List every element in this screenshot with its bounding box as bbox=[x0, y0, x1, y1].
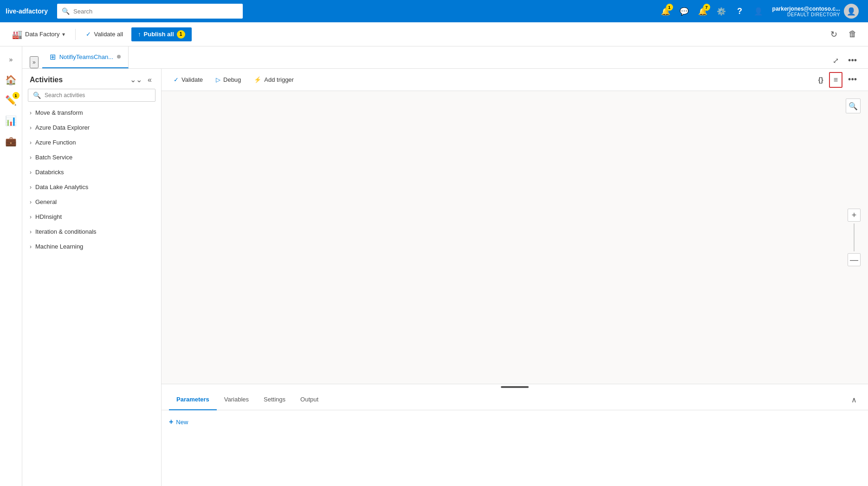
app-title: live-adfactory bbox=[6, 7, 48, 15]
new-parameter-button[interactable]: + New bbox=[169, 416, 188, 428]
content-area: Activities ⌄⌄ « 🔍 › Move & transform bbox=[22, 69, 868, 486]
sidebar-expand-button[interactable]: » bbox=[30, 56, 39, 68]
validate-button[interactable]: ✓ Validate bbox=[169, 73, 207, 86]
activity-group-label: Machine Learning bbox=[35, 243, 83, 250]
chevron-right-icon: › bbox=[30, 110, 32, 116]
new-button-label: New bbox=[176, 419, 188, 426]
delete-button[interactable]: 🗑 bbox=[845, 27, 861, 41]
validate-all-label: Validate all bbox=[94, 31, 123, 38]
activities-panel: Activities ⌄⌄ « 🔍 › Move & transform bbox=[22, 69, 162, 486]
manage-nav-button[interactable]: 💼 bbox=[2, 132, 20, 151]
zoom-plus-button[interactable]: + bbox=[848, 209, 861, 222]
refresh-button[interactable]: ↻ bbox=[827, 27, 841, 41]
activity-group-label: Databricks bbox=[35, 169, 64, 176]
canvas-search-button[interactable]: 🔍 bbox=[846, 99, 861, 113]
code-view-button[interactable]: {} bbox=[815, 73, 827, 86]
activity-group-azure-data-explorer[interactable]: › Azure Data Explorer bbox=[28, 120, 155, 135]
tab-parameters[interactable]: Parameters bbox=[169, 390, 217, 410]
debug-button[interactable]: ▷ Debug bbox=[211, 73, 246, 86]
settings-button[interactable]: ⚙️ bbox=[713, 3, 730, 20]
canvas-more-button[interactable]: ••• bbox=[844, 72, 861, 87]
expand-nav-button[interactable]: » bbox=[2, 50, 20, 69]
properties-button[interactable]: ≡ bbox=[829, 72, 842, 88]
author-nav-button[interactable]: ✏️ 1 bbox=[2, 91, 20, 110]
activity-group-azure-function[interactable]: › Azure Function bbox=[28, 135, 155, 150]
help-button[interactable]: ? bbox=[732, 3, 748, 20]
tab-settings[interactable]: Settings bbox=[256, 390, 293, 410]
factory-icon: 🏭 bbox=[12, 29, 22, 39]
activity-group-databricks[interactable]: › Databricks bbox=[28, 165, 155, 180]
add-trigger-label: Add trigger bbox=[264, 76, 294, 83]
tab-actions: ⤢ ••• bbox=[829, 53, 861, 68]
feedback-icon: 💬 bbox=[680, 7, 689, 16]
search-input[interactable] bbox=[73, 8, 238, 15]
chevron-right-icon: › bbox=[30, 243, 32, 250]
activity-group-data-lake-analytics[interactable]: › Data Lake Analytics bbox=[28, 180, 155, 195]
activity-group-general[interactable]: › General bbox=[28, 195, 155, 210]
collapse-all-icon[interactable]: ⌄⌄ bbox=[128, 74, 144, 85]
data-factory-menu[interactable]: 🏭 Data Factory ▾ bbox=[7, 26, 70, 42]
toolbar2: 🏭 Data Factory ▾ ✓ Validate all ↑ Publis… bbox=[0, 22, 868, 46]
topbar: live-adfactory 🔍 🔔 1 💬 🔔 7 ⚙️ ? 👤 bbox=[0, 0, 868, 22]
activity-group-batch-service[interactable]: › Batch Service bbox=[28, 150, 155, 165]
divider-handle bbox=[501, 386, 529, 388]
gear-icon: ⚙️ bbox=[717, 7, 726, 16]
activity-group-hdinsight[interactable]: › HDInsight bbox=[28, 210, 155, 224]
account-button[interactable]: 👤 bbox=[750, 3, 767, 20]
feedback-button[interactable]: 💬 bbox=[676, 3, 693, 20]
zoom-minus-button[interactable]: — bbox=[848, 253, 861, 266]
home-nav-button[interactable]: 🏠 bbox=[2, 71, 20, 89]
monitor-nav-button[interactable]: 📊 bbox=[2, 112, 20, 130]
user-profile[interactable]: parkerjones@contoso.c... DEFAULT DIRECTO… bbox=[769, 2, 862, 20]
close-panel-icon[interactable]: « bbox=[146, 75, 154, 85]
activity-group-move-transform[interactable]: › Move & transform bbox=[28, 105, 155, 120]
publish-badge: 1 bbox=[177, 30, 185, 39]
activities-title: Activities bbox=[30, 76, 63, 84]
author-badge: 1 bbox=[13, 92, 19, 99]
activity-search-input[interactable] bbox=[45, 92, 150, 99]
chevron-right-icon: › bbox=[30, 214, 32, 220]
chevron-right-icon: › bbox=[30, 154, 32, 161]
tab-output[interactable]: Output bbox=[293, 390, 326, 410]
add-trigger-button[interactable]: ⚡ Add trigger bbox=[249, 73, 298, 86]
user-directory: DEFAULT DIRECTORY bbox=[772, 12, 840, 17]
chevron-right-icon: › bbox=[30, 139, 32, 146]
toolbar-separator-1 bbox=[75, 29, 76, 40]
notifications-badge: 1 bbox=[666, 4, 673, 11]
panel-resize-handle[interactable] bbox=[162, 384, 868, 390]
pipeline-tab-label: NotifiyTeamsChan... bbox=[59, 53, 113, 60]
publish-all-button[interactable]: ↑ Publish all 1 bbox=[131, 27, 192, 41]
activity-group-iteration-conditionals[interactable]: › Iteration & conditionals bbox=[28, 224, 155, 239]
chevron-right-icon: › bbox=[30, 184, 32, 190]
zoom-controls: + — bbox=[848, 209, 861, 266]
tab-more-button[interactable]: ••• bbox=[844, 53, 861, 68]
user-email: parkerjones@contoso.c... bbox=[772, 6, 840, 12]
play-icon: ▷ bbox=[216, 76, 220, 83]
avatar: 👤 bbox=[844, 4, 859, 19]
chevron-right-icon: › bbox=[30, 125, 32, 131]
toolbar2-right: ↻ 🗑 bbox=[827, 27, 861, 41]
activity-search-icon: 🔍 bbox=[33, 92, 41, 99]
debug-label: Debug bbox=[223, 76, 241, 83]
chevron-right-icon: › bbox=[30, 169, 32, 176]
activity-group-machine-learning[interactable]: › Machine Learning bbox=[28, 239, 155, 254]
plus-icon: + bbox=[169, 418, 173, 426]
expand-canvas-button[interactable]: ⤢ bbox=[829, 53, 842, 68]
zoom-separator bbox=[854, 223, 855, 251]
topbar-icons: 🔔 1 💬 🔔 7 ⚙️ ? 👤 parkerjones@contoso.c..… bbox=[657, 2, 862, 20]
collapse-panel-button[interactable]: ∧ bbox=[848, 394, 861, 406]
notifications-button[interactable]: 🔔 1 bbox=[657, 3, 674, 20]
tab-unsaved-indicator bbox=[117, 55, 121, 59]
canvas-area: ✓ Validate ▷ Debug ⚡ Add trigger {} ≡ bbox=[162, 69, 868, 486]
pipeline-tab[interactable]: ⊞ NotifiyTeamsChan... bbox=[42, 46, 129, 68]
main-layout: » 🏠 ✏️ 1 📊 💼 » ⊞ NotifiyTeamsChan... bbox=[0, 46, 868, 486]
validate-all-button[interactable]: ✓ Validate all bbox=[81, 28, 128, 40]
canvas-toolbar-right: {} ≡ ••• bbox=[815, 72, 861, 88]
data-factory-label: Data Factory bbox=[25, 31, 59, 38]
activities-header: Activities ⌄⌄ « bbox=[22, 69, 161, 89]
activity-group-label: Azure Data Explorer bbox=[35, 124, 90, 131]
tab-variables[interactable]: Variables bbox=[217, 390, 256, 410]
activity-groups: › Move & transform › Azure Data Explorer… bbox=[22, 105, 161, 254]
alerts-button[interactable]: 🔔 7 bbox=[694, 3, 711, 20]
activity-group-label: Move & transform bbox=[35, 109, 83, 116]
